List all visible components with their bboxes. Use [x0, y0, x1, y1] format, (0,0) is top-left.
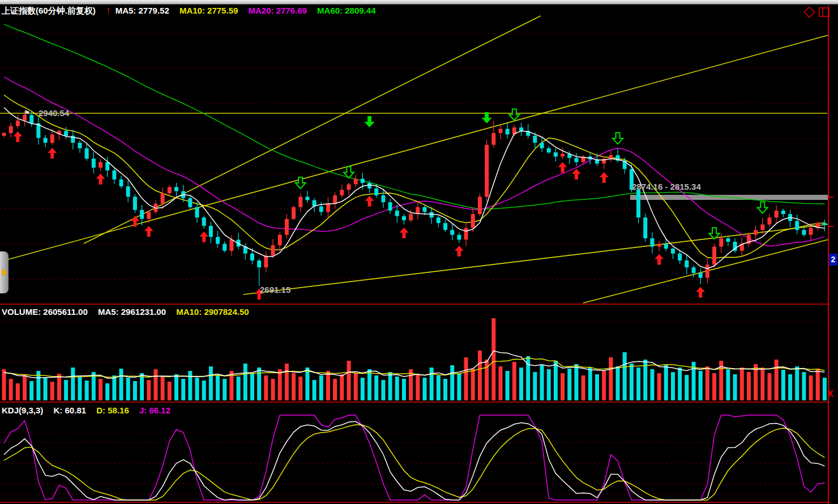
kdj-d-value: D: 58.16: [96, 405, 129, 415]
chart-canvas[interactable]: [0, 0, 838, 504]
sidebar-expander-handle[interactable]: [0, 251, 8, 293]
trend-up-arrow-icon: ↑: [106, 5, 111, 16]
volume-bars[interactable]: [2, 318, 827, 400]
alert-price-label: 2940.54: [39, 108, 69, 118]
symbol-title: 上证指数(60分钟.前复权): [2, 6, 96, 15]
kdj-k-value: K: 60.81: [54, 405, 87, 415]
chart-window: 上证指数(60分钟.前复权) ↑ MA5: 2779.52 MA10: 2775…: [0, 0, 838, 504]
gap-range-label: 2874.16 - 2815.34: [632, 182, 701, 191]
low-price-label: 2691.15: [260, 285, 290, 294]
price-moving-averages: [4, 24, 824, 258]
volume-panel-header: VOLUME: 2605611.00 MA5: 2961231.00 MA10:…: [2, 307, 257, 317]
volume-value[interactable]: VOLUME: 2605611.00: [2, 307, 88, 317]
alert-flag-icon: ⚑ ·: [24, 108, 35, 118]
ma5-value: MA5: 2779.52: [116, 6, 169, 15]
indicator-close-button[interactable]: X: [827, 389, 833, 399]
ma20-value: MA20: 2776.69: [249, 6, 307, 15]
volume-ma5-value: MA5: 2961231.00: [98, 307, 166, 317]
toolbar-bottom-edge: [0, 0, 838, 5]
diamond-marker-icon[interactable]: [803, 6, 815, 18]
trend-lines: [0, 16, 828, 303]
panel-dividers: [0, 6, 833, 504]
gridlines: [0, 33, 827, 494]
corner-tools: [805, 7, 830, 17]
split-window-icon[interactable]: [819, 7, 830, 17]
volume-ma10-value: MA10: 2907824.50: [176, 307, 249, 317]
kdj-panel-header: KDJ(9,3,3) K: 60.81 D: 58.16 J: 66.12: [2, 405, 178, 415]
kdj-lines[interactable]: [4, 415, 824, 500]
price-panel-header: 上证指数(60分钟.前复权) ↑ MA5: 2779.52 MA10: 2775…: [2, 5, 383, 16]
expand-right-icon: [2, 268, 7, 276]
ma60-value: MA60: 2809.44: [317, 6, 375, 15]
ma10-value: MA10: 2775.59: [179, 6, 238, 15]
kdj-j-value: J: 66.12: [139, 405, 170, 415]
marker-badge-2[interactable]: 2: [829, 254, 837, 266]
kdj-name[interactable]: KDJ(9,3,3): [2, 405, 43, 415]
